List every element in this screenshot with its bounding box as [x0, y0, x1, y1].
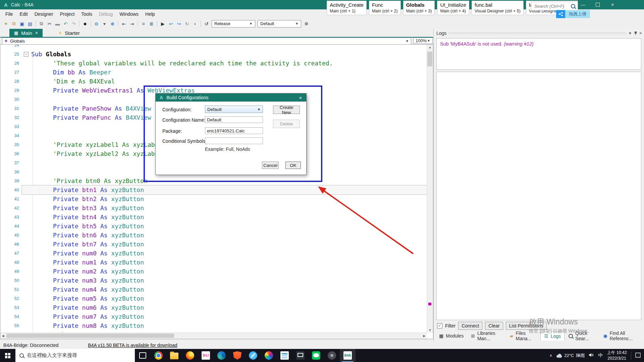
ide-options-icon[interactable]: ☸ — [303, 20, 310, 27]
tab-libraries-manager[interactable]: ⊞Libraries Man... — [468, 329, 506, 343]
ime-indicator[interactable]: 中 — [598, 353, 603, 359]
logs-panel-header[interactable]: Logs ▼ × — [436, 30, 642, 36]
paste-icon[interactable]: ▬ — [54, 20, 61, 27]
indent-icon[interactable]: ⇥ — [128, 20, 136, 27]
cut-icon[interactable]: ✂ — [46, 20, 53, 27]
redo-icon[interactable]: ↷ — [70, 20, 77, 27]
code-line-27[interactable]: 27 Dim bb As Beeper — [0, 68, 427, 77]
horizontal-scrollbar[interactable]: ◀ ▶ — [0, 333, 427, 339]
taskbar-file-explorer-icon[interactable] — [166, 349, 182, 362]
collapse-icon[interactable]: − — [24, 52, 29, 57]
stop-icon[interactable]: ▪ — [191, 20, 199, 27]
code-line-41[interactable]: 41 Private btn2 As xyzButton — [0, 194, 427, 203]
taskbar-brave-icon[interactable] — [229, 349, 245, 362]
quick-tab-globals[interactable]: GlobalsMain (ctrl + 3) — [403, 1, 435, 15]
code-line-46[interactable]: 46 Private btn7 As xyzButton — [0, 240, 427, 249]
hidden-icons-chevron[interactable]: ∧ — [549, 353, 552, 358]
package-input[interactable] — [205, 127, 263, 134]
maximize-button[interactable] — [590, 0, 605, 9]
menu-file[interactable]: File — [2, 10, 16, 18]
menu-edit[interactable]: Edit — [16, 10, 31, 18]
undo-icon[interactable]: ↶ — [62, 20, 69, 27]
menu-help[interactable]: Help — [142, 10, 158, 18]
menu-project[interactable]: Project — [57, 10, 78, 18]
vertical-scroll-thumb[interactable] — [427, 52, 432, 66]
scroll-left-icon[interactable]: ◀ — [0, 333, 6, 339]
weather-widget[interactable]: 22°C 陣雨 — [556, 353, 585, 359]
quick-tab-func-bal[interactable]: func.balVisual Designer (ctrl + 5) — [472, 1, 524, 15]
taskbar-settings-icon[interactable] — [324, 349, 340, 362]
conditional-symbols-input[interactable] — [205, 137, 263, 144]
tab-modules[interactable]: ▦Modules — [436, 331, 467, 340]
code-line-54[interactable]: 54 Private num7 As xyzButton — [0, 312, 427, 321]
navigate-back-icon[interactable]: ↩ — [167, 20, 175, 27]
tab-quick-search[interactable]: Quick Sear... — [565, 329, 599, 343]
horizontal-scroll-thumb[interactable] — [6, 334, 174, 338]
quick-tab-func[interactable]: FuncMain (ctrl + 2) — [369, 1, 401, 15]
menu-debug[interactable]: Debug — [96, 10, 116, 18]
vertical-scrollbar[interactable]: ▲ ▼ — [427, 45, 433, 333]
tab-main[interactable]: ▦ Main × — [9, 29, 43, 37]
code-line-48[interactable]: 48 Private num1 As xyzButton — [0, 258, 427, 267]
navigate-forward-icon[interactable]: ↪ — [175, 20, 183, 27]
quick-tab-activity-create[interactable]: Activity_CreateMain (ctrl + 1) — [327, 1, 367, 15]
taskbar-b4j-icon[interactable]: B4J — [198, 349, 214, 362]
cancel-button[interactable]: Cancel — [262, 162, 279, 169]
code-line-24[interactable]: 24 — [0, 44, 427, 50]
menu-designer[interactable]: Designer — [31, 10, 57, 18]
scroll-down-icon[interactable]: ▼ — [427, 327, 433, 333]
code-line-45[interactable]: 45 Private btn6 As xyzButton — [0, 231, 427, 240]
ok-button[interactable]: OK — [285, 162, 301, 169]
filter-checkbox[interactable]: ✓ — [437, 323, 442, 328]
save-icon[interactable]: ▣ — [18, 20, 26, 27]
taskbar-line-icon[interactable] — [308, 349, 324, 362]
minimize-button[interactable]: — — [576, 0, 590, 9]
code-line-53[interactable]: 53 Private num6 As xyzButton — [0, 303, 427, 312]
code-line-40[interactable]: 40 Private btn1 As xyzButton — [0, 185, 427, 194]
uncomment-icon[interactable]: ⊕ — [109, 20, 116, 27]
taskbar-screen-mirror-icon[interactable] — [292, 349, 308, 362]
code-line-49[interactable]: 49 Private num2 As xyzButton — [0, 267, 427, 276]
copy-icon[interactable]: ⧉ — [38, 20, 45, 27]
quick-tab-ui-initialize[interactable]: UI_InitializeMain (ctrl + 4) — [437, 1, 469, 15]
outdent-icon[interactable]: ⇤ — [120, 20, 128, 27]
chevron-down-icon[interactable]: ▼ — [628, 31, 632, 35]
search-input[interactable] — [534, 3, 569, 9]
log-output[interactable]: Sub 'MyB4ASub' is not used. (warning #12… — [436, 38, 641, 70]
bookmark-icon[interactable]: ■ — [81, 20, 89, 27]
save-all-icon[interactable]: ▤ — [26, 20, 34, 27]
log-detail-box[interactable] — [436, 72, 641, 320]
comment-out-icon[interactable]: ⊖ — [93, 20, 100, 27]
taskbar-b4a-icon[interactable]: B4A — [340, 349, 356, 362]
code-line-51[interactable]: 51 Private num4 As xyzButton — [0, 285, 427, 294]
compile-icon[interactable]: ↻ — [183, 20, 191, 27]
drag-upload-overlay[interactable]: 拖拽上傳 — [556, 10, 590, 18]
code-line-42[interactable]: 42 Private btn3 As xyzButton — [0, 203, 427, 213]
run-icon[interactable]: ▶ — [159, 20, 167, 27]
taskbar-notes-app-icon[interactable] — [277, 349, 292, 362]
auto-complete-icon[interactable]: ≣ — [148, 20, 155, 27]
taskbar-task-view-icon[interactable] — [135, 349, 151, 362]
code-line-47[interactable]: 47 Private num0 As xyzButton — [0, 249, 427, 258]
rebuild-icon[interactable]: ↺ — [203, 20, 210, 27]
ide-search-box[interactable] — [531, 2, 578, 10]
dialog-close-icon[interactable]: × — [295, 95, 306, 101]
code-line-52[interactable]: 52 Private num5 As xyzButton — [0, 294, 427, 303]
delete-button[interactable]: Delete — [273, 120, 300, 128]
notification-center-icon[interactable] — [635, 353, 641, 359]
dialog-title-bar[interactable]: A Build Configurations × — [156, 94, 306, 102]
sub-selector[interactable]: ❖ Globals ▼ — [2, 38, 411, 45]
taskbar-clock[interactable]: 上午 10:42 2022/3/21 — [607, 350, 627, 361]
fold-marker[interactable]: − — [22, 50, 31, 59]
comment-menu-icon[interactable]: ▾ — [101, 20, 108, 27]
pin-icon[interactable] — [634, 31, 637, 36]
menu-windows[interactable]: Windows — [116, 10, 142, 18]
scroll-up-icon[interactable]: ▲ — [427, 45, 433, 50]
taskbar-chrome-icon[interactable] — [151, 349, 166, 362]
reformat-icon[interactable]: ≡ — [140, 20, 147, 27]
close-button[interactable]: × — [605, 0, 620, 9]
code-line-43[interactable]: 43 Private btn4 As xyzButton — [0, 213, 427, 222]
open-project-icon[interactable]: ⧉ — [10, 20, 18, 27]
start-button[interactable] — [0, 349, 15, 362]
taskbar-app-colorful-icon[interactable] — [261, 349, 277, 362]
